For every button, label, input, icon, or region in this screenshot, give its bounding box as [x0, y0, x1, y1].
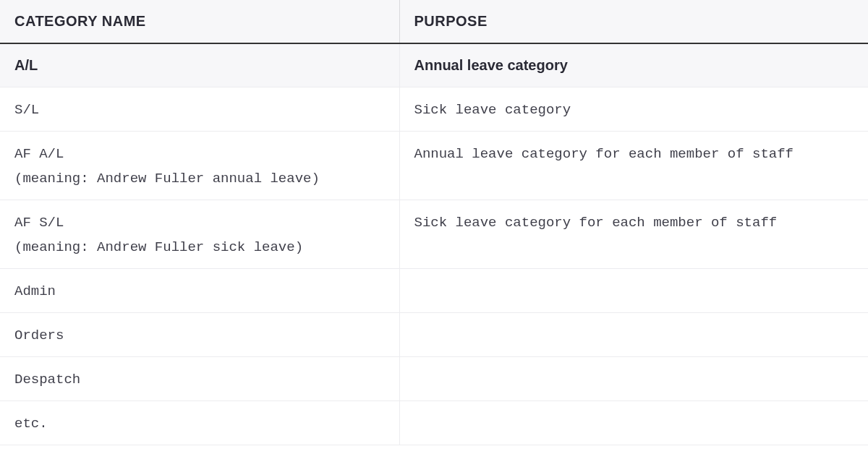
table-row: S/L Sick leave category	[0, 87, 868, 132]
table-row: Orders	[0, 313, 868, 357]
header-purpose: PURPOSE	[399, 0, 868, 43]
category-value: Orders	[14, 327, 64, 343]
cell-purpose	[399, 401, 868, 445]
cell-category: Despatch	[0, 357, 399, 401]
header-category: CATEGORY NAME	[0, 0, 399, 43]
cell-purpose: Sick leave category	[399, 87, 868, 132]
purpose-value: Annual leave category for each member of…	[414, 146, 794, 162]
category-value: AF S/L	[14, 215, 64, 231]
table-row: AF A/L (meaning: Andrew Fuller annual le…	[0, 132, 868, 200]
table-row: Despatch	[0, 357, 868, 401]
purpose-value: Sick leave category for each member of s…	[414, 215, 778, 231]
cell-category: S/L	[0, 87, 399, 132]
cell-purpose	[399, 357, 868, 401]
cell-category: Admin	[0, 269, 399, 313]
cell-category: Orders	[0, 313, 399, 357]
cell-category: AF A/L (meaning: Andrew Fuller annual le…	[0, 132, 399, 200]
category-meaning: (meaning: Andrew Fuller annual leave)	[14, 171, 385, 187]
category-value: S/L	[14, 102, 39, 118]
category-value: AF A/L	[14, 146, 64, 162]
table-body: A/L Annual leave category S/L Sick leave…	[0, 43, 868, 445]
categories-table: CATEGORY NAME PURPOSE A/L Annual leave c…	[0, 0, 868, 445]
cell-purpose	[399, 313, 868, 357]
table-row: Admin	[0, 269, 868, 313]
cell-category: A/L	[0, 43, 399, 87]
cell-purpose	[399, 269, 868, 313]
category-value: Despatch	[14, 372, 80, 387]
cell-purpose: Annual leave category	[399, 43, 868, 87]
cell-purpose: Annual leave category for each member of…	[399, 132, 868, 200]
table-row: etc.	[0, 401, 868, 445]
cell-purpose: Sick leave category for each member of s…	[399, 200, 868, 269]
purpose-value: Annual leave category	[414, 57, 568, 73]
cell-category: etc.	[0, 401, 399, 445]
table-row: A/L Annual leave category	[0, 43, 868, 87]
category-value: A/L	[14, 57, 38, 73]
category-meaning: (meaning: Andrew Fuller sick leave)	[14, 239, 385, 255]
purpose-value: Sick leave category	[414, 102, 571, 118]
category-value: Admin	[14, 283, 56, 299]
category-value: etc.	[14, 416, 48, 432]
table-header-row: CATEGORY NAME PURPOSE	[0, 0, 868, 43]
table-row: AF S/L (meaning: Andrew Fuller sick leav…	[0, 200, 868, 269]
cell-category: AF S/L (meaning: Andrew Fuller sick leav…	[0, 200, 399, 269]
